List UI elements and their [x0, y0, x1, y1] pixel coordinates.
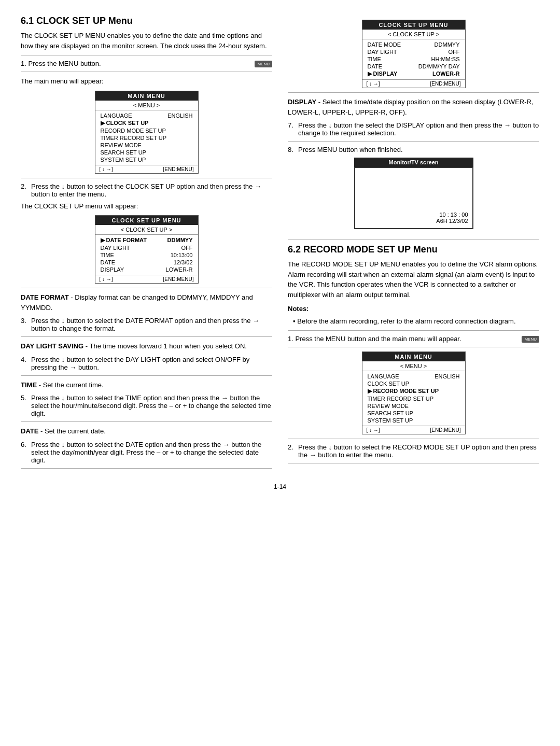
menu-row-language: LANGUAGEENGLISH — [101, 112, 193, 119]
main-menu2-title: MAIN MENU — [362, 352, 465, 361]
display-desc: - Select the time/date display position … — [288, 98, 534, 116]
section-61-intro: The CLOCK SET UP MENU enables you to def… — [21, 31, 272, 51]
section-62-title: 6.2 RECORD MODE SET UP Menu — [288, 244, 539, 255]
clock-menu2-footer: [ ↓ →] [END:MENU] — [362, 79, 465, 88]
note-item-1: Before the alarm recording, refer to the… — [293, 316, 539, 327]
step2-num: 2. — [21, 182, 31, 190]
date-format-label: DATE FORMAT — [21, 293, 69, 301]
date-desc: - Set the current date. — [40, 427, 106, 435]
step7-text: Press the ↓ button the select the DISPLA… — [298, 121, 539, 137]
sec62-menu-button-icon: MENU — [520, 335, 539, 343]
monitor-info: 10 : 13 : 00 A6H 12/3/02 — [436, 212, 468, 224]
sec62-step1-text: 1. Press the MENU button and the main me… — [288, 335, 514, 343]
monitor-date: A6H 12/3/02 — [436, 218, 468, 224]
main-menu-footer: [ ↓ →] [END:MENU] — [95, 165, 198, 173]
menu-row-reviewmode: REVIEW MODE — [101, 142, 193, 149]
monitor-container: Monitor/TV screen 10 : 13 : 00 A6H 12/3/… — [354, 158, 473, 229]
step4-num: 4. — [21, 356, 31, 363]
notes-list: Before the alarm recording, refer to the… — [288, 316, 539, 327]
mm2-footer-right: [END:MENU] — [430, 427, 461, 433]
step7-row: 7. Press the ↓ button the select the DIS… — [288, 121, 539, 137]
clock-row-daylight: DAY LIGHTOFF — [101, 244, 193, 251]
time-desc: - Set the current time. — [39, 381, 104, 389]
menu-row-searchsetup: SEARCH SET UP — [101, 149, 193, 156]
clock-row-dateformat: ▶ DATE FORMATDDMMYY — [101, 236, 193, 244]
step1-num: 1. — [21, 60, 28, 67]
section-61-title: 6.1 CLOCK SET UP Menu — [21, 16, 272, 26]
main-menu2-box: MAIN MENU < MENU > LANGUAGEENGLISH CLOCK… — [362, 351, 466, 434]
clock2-row-date: DATEDD/MM/YY DAY — [368, 63, 460, 70]
monitor-title: Monitor/TV screen — [354, 158, 473, 167]
main-menu2-header: < MENU > — [362, 361, 465, 371]
menu-row-recordmode: RECORD MODE SET UP — [101, 127, 193, 134]
clock-menu1-body: ▶ DATE FORMATDDMMYY DAY LIGHTOFF TIME10:… — [95, 235, 198, 275]
step3-row: 3. Press the ↓ button to select the DATE… — [21, 317, 272, 332]
sec62-menu-btn-label: MENU — [522, 336, 539, 343]
main-menu-appear-label: The main menu will appear: — [21, 76, 272, 87]
step7-num: 7. — [288, 121, 298, 129]
step5-text: Press the ↓ button to select the TIME op… — [31, 394, 272, 417]
sec62-step1-row: 1. Press the MENU button and the main me… — [288, 335, 539, 343]
mm2-row-recordmode: ▶ RECORD MODE SET UP — [368, 387, 460, 395]
sec62-step2-num: 2. — [288, 443, 298, 451]
clock2-row-daylight: DAY LIGHTOFF — [368, 48, 460, 55]
clock-footer-left: [ ↓ →] — [100, 276, 113, 282]
step1-label: Press the MENU button. — [28, 60, 101, 67]
step6-row: 6. Press the ↓ button to select the DATE… — [21, 441, 272, 464]
step4-text: Press the ↓ button to select the DAY LIG… — [31, 356, 272, 371]
step6-num: 6. — [21, 441, 31, 448]
mm2-row-timerrecord: TIMER RECORD SET UP — [368, 395, 460, 402]
clock-menu2-body: DATE MODEDDMMYY DAY LIGHTOFF TIMEHH:MM:S… — [362, 39, 465, 79]
step8-text: Press MENU button when finished. — [298, 146, 539, 153]
sec62-step1-label: Press the MENU button and the main menu … — [295, 335, 461, 343]
clock2-row-time: TIMEHH:MM:SS — [368, 55, 460, 63]
daylight-desc: - The time moves forward 1 hour when you… — [86, 342, 247, 350]
notes-label: Notes: — [288, 304, 539, 314]
clock-menu1-header: < CLOCK SET UP > — [95, 225, 198, 235]
step8-row: 8. Press MENU button when finished. — [288, 146, 539, 153]
clock-menu1-footer: [ ↓ →] [END:MENU] — [95, 275, 198, 283]
clock-menu1-title: CLOCK SET UP MENU — [95, 216, 198, 225]
clock-menu2-title: CLOCK SET UP MENU — [362, 20, 465, 30]
menu-row-timerrecord: TIMER RECORD SET UP — [101, 134, 193, 142]
step3-text: Press the ↓ button to select the DATE FO… — [31, 317, 272, 332]
main-menu-header: < MENU > — [95, 101, 198, 110]
sec62-step2-row: 2. Press the ↓ button to select the RECO… — [288, 443, 539, 459]
time-label: TIME — [21, 381, 37, 389]
clock-footer-right: [END:MENU] — [163, 276, 194, 282]
mm2-row-clocksetup: CLOCK SET UP — [368, 380, 460, 387]
clock-setup-menu1-box: CLOCK SET UP MENU < CLOCK SET UP > ▶ DAT… — [95, 215, 199, 284]
clock-setup-menu2-box: CLOCK SET UP MENU < CLOCK SET UP > DATE … — [362, 20, 466, 88]
menu-row-clocksetup: ▶ CLOCK SET UP — [101, 119, 193, 127]
clock-row-time: TIME10:13:00 — [101, 251, 193, 259]
clock-row-date: DATE12/3/02 — [101, 259, 193, 266]
step2-text: Press the ↓ button to select the CLOCK S… — [31, 182, 272, 198]
monitor-screen: 10 : 13 : 00 A6H 12/3/02 — [354, 167, 473, 229]
daylight-label: DAY LIGHT SAVING — [21, 342, 83, 350]
menu-button-icon: MENU — [253, 60, 272, 67]
mm2-row-searchsetup: SEARCH SET UP — [368, 410, 460, 417]
main-menu-box: MAIN MENU < MENU > LANGUAGEENGLISH ▶ CLO… — [95, 91, 199, 174]
step5-num: 5. — [21, 394, 31, 402]
step6-text: Press the ↓ button to select the DATE op… — [31, 441, 272, 464]
main-menu-title: MAIN MENU — [95, 91, 198, 101]
main-menu-body: LANGUAGEENGLISH ▶ CLOCK SET UP RECORD MO… — [95, 110, 198, 165]
step3-num: 3. — [21, 317, 31, 325]
step1-row: 1. Press the MENU button. MENU — [21, 60, 272, 67]
clock2-row-display: ▶ DISPLAYLOWER-R — [368, 70, 460, 78]
right-column: CLOCK SET UP MENU < CLOCK SET UP > DATE … — [288, 16, 539, 473]
step8-num: 8. — [288, 146, 298, 153]
mm2-row-language: LANGUAGEENGLISH — [368, 373, 460, 380]
time-para: TIME - Set the current time. — [21, 380, 272, 390]
footer-right: [END:MENU] — [163, 166, 194, 172]
display-label: DISPLAY — [288, 98, 316, 106]
section-62-intro: The RECORD MODE SET UP MENU enables you … — [288, 259, 539, 300]
footer-left: [ ↓ →] — [100, 166, 113, 172]
date-format-para: DATE FORMAT - Display format can be chan… — [21, 292, 272, 313]
menu-btn-label: MENU — [255, 61, 272, 67]
clock2-row-datemode: DATE MODEDDMMYY — [368, 41, 460, 48]
mm2-footer-left: [ ↓ →] — [367, 427, 380, 433]
main-menu2-footer: [ ↓ →] [END:MENU] — [362, 426, 465, 434]
monitor-time: 10 : 13 : 00 — [436, 212, 468, 218]
mm2-row-systemsetup: SYSTEM SET UP — [368, 417, 460, 424]
